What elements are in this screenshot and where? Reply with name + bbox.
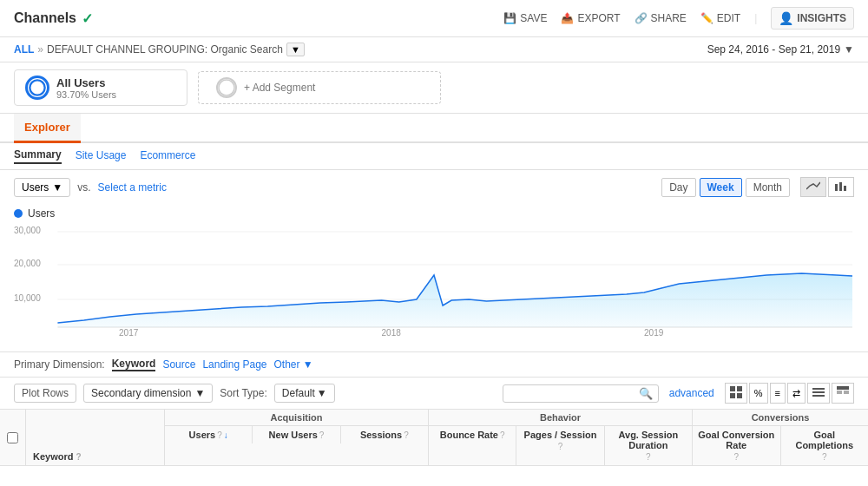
day-button[interactable]: Day — [661, 178, 695, 197]
compare-view-button[interactable]: ≡ — [770, 383, 786, 404]
share-button[interactable]: 🔗 SHARE — [635, 12, 687, 24]
dimension-other[interactable]: Other ▼ — [274, 358, 313, 371]
svg-rect-17 — [730, 393, 735, 398]
sub-tab-ecommerce[interactable]: Ecommerce — [140, 149, 195, 163]
th-sessions: Sessions ? — [341, 426, 428, 443]
keyword-help-icon: ? — [76, 452, 81, 462]
edit-icon: ✏️ — [700, 12, 713, 24]
advanced-link[interactable]: advanced — [669, 387, 714, 399]
add-segment-button[interactable]: + Add Segment — [198, 71, 441, 104]
users-metric-label: Users — [22, 181, 49, 194]
svg-rect-22 — [837, 386, 849, 390]
dimension-landing-page[interactable]: Landing Page — [202, 358, 266, 371]
acquisition-group: Acquisition Users ? ↓ New Users ? Sessio… — [165, 410, 429, 465]
add-segment-icon — [216, 77, 237, 98]
sub-tab-site-usage[interactable]: Site Usage — [76, 149, 127, 163]
chart-right-controls: Day Week Month — [661, 177, 854, 197]
secondary-dim-arrow: ▼ — [194, 387, 205, 399]
check-icon: ✓ — [82, 10, 93, 27]
chart-area: Users 30,000 20,000 10,000 2017 2018 201… — [0, 204, 868, 351]
sort-default-label: Default — [282, 387, 315, 399]
secondary-dimension-dropdown[interactable]: Secondary dimension ▼ — [83, 384, 213, 403]
behavior-label: Behavior — [429, 410, 692, 426]
sub-tabs: Summary Site Usage Ecommerce — [0, 143, 868, 170]
sub-tab-summary[interactable]: Summary — [14, 148, 62, 164]
search-icon: 🔍 — [639, 387, 653, 400]
table-controls: Plot Rows Secondary dimension ▼ Sort Typ… — [0, 378, 868, 410]
plot-rows-button[interactable]: Plot Rows — [14, 384, 76, 403]
behavior-group: Behavior Bounce Rate ? Pages / Session ?… — [429, 410, 693, 465]
date-range-selector[interactable]: Sep 24, 2016 - Sep 21, 2019 ▼ — [707, 43, 854, 56]
svg-rect-4 — [844, 186, 846, 191]
pages-help: ? — [558, 442, 563, 451]
svg-rect-18 — [737, 393, 742, 398]
acquisition-label: Acquisition — [165, 410, 428, 426]
insights-icon: 👤 — [779, 11, 793, 25]
line-chart-button[interactable] — [800, 177, 826, 197]
secondary-dim-label: Secondary dimension — [91, 387, 191, 399]
tab-explorer[interactable]: Explorer — [14, 114, 81, 143]
date-range-dropdown-icon: ▼ — [844, 43, 854, 56]
svg-text:10,000: 10,000 — [14, 293, 41, 303]
th-pages-session: Pages / Session ? — [516, 426, 604, 465]
conversions-label: Conversions — [693, 410, 868, 426]
pivot-view-button[interactable]: ⇄ — [787, 383, 806, 404]
svg-point-1 — [219, 80, 234, 95]
columns-view-button[interactable] — [807, 383, 830, 404]
goal-completions-label: Goal Completions — [786, 430, 864, 450]
chart-legend: Users — [14, 204, 854, 223]
keyword-col-label: Keyword — [33, 451, 73, 462]
export-label: EXPORT — [577, 12, 620, 24]
table-view-button[interactable] — [832, 383, 854, 404]
sort-type-label: Sort Type: — [220, 387, 266, 399]
users-metric-button[interactable]: Users ▼ — [14, 178, 70, 197]
dimension-source[interactable]: Source — [162, 358, 195, 371]
svg-rect-24 — [844, 391, 849, 394]
insights-button[interactable]: 👤 INSIGHTS — [771, 7, 854, 30]
svg-text:2019: 2019 — [644, 328, 664, 336]
behavior-cols: Bounce Rate ? Pages / Session ? Avg. Ses… — [429, 426, 692, 465]
breadcrumb-dropdown[interactable]: ▼ — [286, 43, 305, 56]
segments-bar: All Users 93.70% Users + Add Segment — [0, 62, 868, 114]
sort-type-dropdown[interactable]: Default ▼ — [274, 384, 335, 403]
chart-type-buttons — [800, 177, 854, 197]
table-header: Keyword ? Acquisition Users ? ↓ New User… — [0, 410, 868, 466]
svg-rect-20 — [812, 391, 825, 393]
bounce-rate-label: Bounce Rate — [440, 430, 498, 440]
svg-rect-16 — [737, 386, 742, 391]
users-help: ? — [217, 430, 222, 440]
svg-rect-19 — [812, 388, 825, 390]
dimension-keyword[interactable]: Keyword — [112, 358, 156, 371]
search-box: 🔍 — [503, 384, 659, 403]
segment-percentage: 93.70% Users — [56, 89, 116, 100]
header-title-area: Channels ✓ — [14, 10, 93, 27]
th-new-users: New Users ? — [253, 426, 340, 443]
month-button[interactable]: Month — [746, 178, 790, 197]
edit-button[interactable]: ✏️ EDIT — [700, 12, 740, 24]
users-sort: ↓ — [224, 430, 228, 440]
svg-text:2017: 2017 — [119, 328, 139, 336]
week-button[interactable]: Week — [700, 178, 742, 197]
select-metric-link[interactable]: Select a metric — [98, 181, 167, 194]
goal-completions-help: ? — [822, 452, 827, 462]
svg-text:2018: 2018 — [382, 328, 402, 336]
bar-chart-button[interactable] — [828, 177, 854, 197]
th-avg-session: Avg. Session Duration ? — [605, 426, 692, 465]
export-button[interactable]: 📤 EXPORT — [561, 12, 620, 24]
header-actions: 💾 SAVE 📤 EXPORT 🔗 SHARE ✏️ EDIT | 👤 INSI… — [503, 7, 854, 30]
search-input[interactable] — [509, 387, 639, 399]
th-checkbox-area — [0, 410, 26, 465]
svg-rect-2 — [835, 184, 838, 191]
conversions-group: Conversions Goal Conversion Rate ? Goal … — [693, 410, 868, 465]
save-button[interactable]: 💾 SAVE — [503, 12, 547, 24]
breadcrumb-all-link[interactable]: ALL — [14, 43, 34, 56]
vs-label: vs. — [77, 181, 90, 194]
add-segment-label: + Add Segment — [244, 82, 315, 94]
new-users-col-label: New Users — [269, 430, 318, 440]
grid-view-button[interactable] — [725, 383, 747, 404]
all-users-segment: All Users 93.70% Users — [14, 69, 187, 106]
svg-rect-3 — [839, 182, 842, 191]
header: Channels ✓ 💾 SAVE 📤 EXPORT 🔗 SHARE ✏️ ED… — [0, 0, 868, 37]
select-all-checkbox[interactable] — [7, 432, 18, 443]
percent-view-button[interactable]: % — [749, 383, 768, 404]
